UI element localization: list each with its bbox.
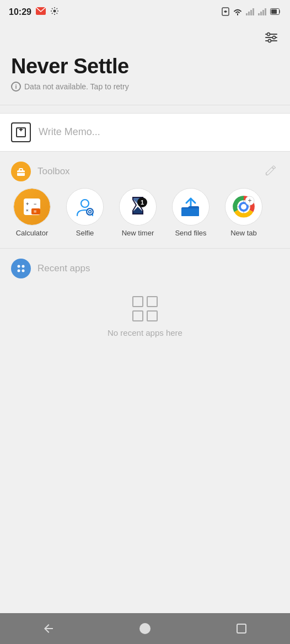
recent-section-icon [11, 259, 31, 278]
bottom-nav [0, 613, 290, 644]
home-button[interactable] [134, 618, 156, 640]
no-recent-cell-2 [147, 296, 158, 307]
recents-button[interactable] [230, 618, 253, 640]
svg-rect-37 [181, 208, 199, 216]
svg-text:+: + [248, 197, 251, 205]
selfie-icon [66, 188, 104, 226]
app-title: Never Settle [11, 55, 279, 78]
calculator-label: Calculator [16, 229, 49, 237]
toolbox-header: Toolbox [0, 152, 290, 188]
svg-point-17 [273, 36, 276, 39]
sendfiles-icon [172, 188, 210, 226]
svg-rect-23 [19, 169, 23, 171]
svg-rect-7 [258, 13, 260, 15]
svg-point-31 [81, 200, 89, 207]
svg-text:=: = [34, 209, 36, 214]
svg-point-48 [139, 623, 151, 634]
status-right [222, 7, 281, 18]
no-recent-grid-icon [132, 296, 158, 321]
svg-rect-49 [237, 624, 246, 633]
svg-rect-8 [260, 12, 262, 15]
filter-button[interactable] [260, 28, 282, 50]
info-icon: i [11, 82, 21, 92]
back-button[interactable] [37, 618, 60, 640]
selfie-label: Selfie [76, 229, 94, 237]
data-status-text: Data not available. Tap to retry [24, 82, 129, 91]
header-section: Never Settle i Data not available. Tap t… [0, 24, 290, 97]
svg-point-16 [267, 33, 270, 36]
status-bar: 10:29 [0, 0, 290, 24]
toolbox-edit-button[interactable] [262, 162, 279, 181]
newtimer-label: New timer [122, 229, 154, 237]
no-recent-container: No recent apps here [0, 285, 290, 354]
recent-section: Recent apps No recent apps here [0, 248, 290, 354]
no-recent-text: No recent apps here [108, 328, 182, 337]
toolbox-app-grid: + − × = Calculator [0, 188, 290, 248]
svg-point-34 [89, 211, 91, 212]
newtimer-icon: 1 [119, 188, 157, 226]
newtab-app[interactable]: + New tab [217, 188, 270, 237]
wifi-icon [233, 8, 243, 17]
no-recent-cell-3 [132, 310, 143, 321]
memo-placeholder: Write Memo... [39, 126, 100, 138]
svg-rect-4 [248, 12, 250, 15]
svg-rect-6 [253, 8, 254, 15]
gmail-icon [36, 7, 46, 17]
no-recent-cell-1 [132, 296, 143, 307]
calculator-icon: + − × = [13, 188, 51, 226]
recent-title: Recent apps [37, 263, 90, 274]
data-status[interactable]: i Data not available. Tap to retry [11, 82, 279, 92]
svg-text:1: 1 [141, 199, 144, 206]
svg-text:+: + [26, 201, 29, 207]
svg-point-18 [268, 40, 271, 42]
svg-text:−: − [34, 201, 36, 207]
recent-header-left: Recent apps [11, 259, 90, 278]
signal1-icon [246, 8, 255, 17]
svg-point-41 [241, 204, 246, 210]
selfie-app[interactable]: Selfie [58, 188, 111, 237]
signal2-icon [258, 8, 267, 17]
toolbox-title: Toolbox [37, 166, 70, 177]
svg-point-1 [53, 10, 56, 13]
svg-point-44 [18, 265, 20, 267]
newtab-label: New tab [230, 229, 257, 237]
toolbox-section-icon [11, 162, 31, 181]
svg-point-46 [18, 269, 20, 272]
svg-text:×: × [26, 208, 29, 213]
filter-icon [264, 30, 278, 47]
no-recent-cell-4 [147, 310, 158, 321]
svg-point-45 [22, 265, 25, 267]
nfc-icon [222, 7, 229, 18]
newtimer-app[interactable]: 1 New timer [111, 188, 164, 237]
svg-rect-9 [262, 10, 264, 15]
svg-point-47 [22, 269, 25, 272]
header-divider [0, 105, 290, 105]
svg-rect-12 [271, 9, 277, 14]
memo-section[interactable]: Write Memo... [0, 113, 290, 152]
status-left: 10:29 [9, 7, 59, 18]
settings-icon [50, 7, 59, 18]
svg-rect-10 [265, 8, 266, 15]
sendfiles-app[interactable]: Send files [164, 188, 217, 237]
battery-icon [270, 8, 281, 17]
memo-icon [11, 122, 31, 142]
recent-header: Recent apps [0, 249, 290, 285]
calculator-app[interactable]: + − × = Calculator [6, 188, 58, 237]
newtab-icon: + [225, 188, 262, 226]
main-content: Never Settle i Data not available. Tap t… [0, 24, 290, 613]
sendfiles-label: Send files [175, 229, 206, 237]
toolbox-section: Toolbox + [0, 152, 290, 248]
toolbox-header-left: Toolbox [11, 162, 70, 181]
svg-rect-3 [246, 13, 248, 15]
svg-rect-5 [250, 10, 252, 15]
status-time: 10:29 [9, 7, 31, 17]
